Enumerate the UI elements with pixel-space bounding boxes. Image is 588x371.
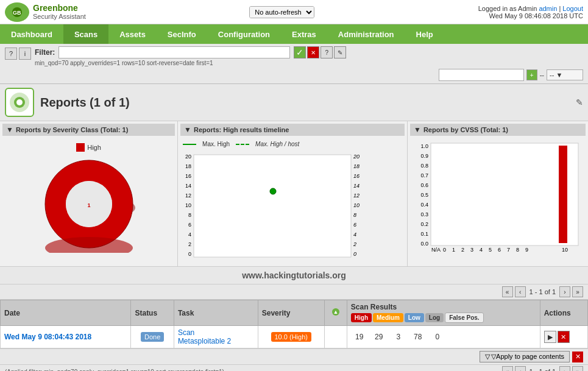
svg-text:GB: GB	[13, 10, 21, 16]
bottom-prev-page-btn[interactable]: ‹	[515, 366, 526, 371]
cvss-chart-title: Reports by CVSS (Total: 1)	[423, 126, 508, 133]
cell-severity: 10.0 (High)	[258, 326, 324, 348]
cell-date: Wed May 9 08:04:43 2018	[1, 326, 131, 348]
svg-text:12: 12	[353, 193, 360, 199]
first-page-btn[interactable]: «	[502, 286, 513, 297]
nav-help[interactable]: Help	[405, 24, 444, 44]
cvss-chart-header: ▼ Reports by CVSS (Total: 1)	[410, 124, 586, 136]
filter-secondary-input[interactable]	[439, 69, 524, 81]
task-link[interactable]: ScanMetasploitable 2	[178, 328, 231, 345]
filter-apply-btn[interactable]: ✓	[294, 46, 306, 58]
charts-row: ▼ Reports by Severity Class (Total: 1) H…	[0, 121, 588, 267]
results-table: Date Status Task Severity ▲ Scan Results…	[0, 300, 588, 348]
svg-text:4: 4	[480, 247, 483, 253]
severity-chart-title: Reports by Severity Class (Total: 1)	[16, 126, 128, 133]
max-high-host-label: Max. High / host	[255, 141, 299, 147]
svg-text:20: 20	[185, 154, 191, 160]
sr-medium-count: 29	[370, 333, 388, 341]
timeline-chart-panel: ▼ Reports: High results timeline Max. Hi…	[178, 121, 408, 266]
svg-text:4: 4	[353, 231, 356, 238]
severity-badge: 10.0 (High)	[271, 332, 311, 342]
bottom-last-page-btn[interactable]: »	[572, 366, 583, 371]
cvss-chart-panel: ▼ Reports by CVSS (Total: 1) 1.0 0.9 0.8…	[408, 121, 588, 266]
username-link[interactable]: admin	[539, 5, 557, 12]
high-swatch	[76, 143, 85, 152]
col-trend: ▲	[324, 300, 347, 326]
filter-help-btn[interactable]: ?	[321, 46, 333, 58]
applied-filter-note: (Applied filter: min_qod=70 apply_overri…	[5, 369, 224, 372]
svg-text:5: 5	[489, 247, 492, 253]
refresh-area: No auto-refresh	[249, 6, 314, 18]
cvss-area: 1.0 0.9 0.8 0.7 0.6 0.5 0.4 0.3 0.2 0.1 …	[410, 138, 586, 258]
help-icon-info[interactable]: i	[19, 48, 31, 60]
svg-text:6: 6	[188, 222, 191, 228]
cvss-chart-toggle[interactable]: ▼	[414, 125, 421, 134]
pagination-info: 1 - 1 of 1	[530, 288, 556, 295]
filter-sort-select[interactable]: -- ▼	[547, 69, 583, 80]
svg-text:18: 18	[353, 163, 360, 169]
next-page-btn[interactable]: ›	[559, 286, 570, 297]
action-buttons: ▶ ✕	[544, 331, 584, 343]
max-high-line-icon	[183, 144, 196, 145]
navbar: Dashboard Scans Assets SecInfo Configura…	[0, 24, 588, 44]
cvss-svg: 1.0 0.9 0.8 0.7 0.6 0.5 0.4 0.3 0.2 0.1 …	[413, 141, 583, 253]
filter-clear-btn[interactable]: ✕	[307, 46, 319, 58]
svg-text:10: 10	[562, 247, 568, 253]
svg-text:1: 1	[452, 247, 455, 253]
svg-rect-35	[194, 155, 351, 257]
refresh-dropdown[interactable]: No auto-refresh	[250, 7, 314, 18]
filter-input[interactable]	[58, 46, 290, 58]
svg-text:8: 8	[353, 212, 356, 218]
scan-results-sub-header: High Medium Low Log False Pos.	[351, 313, 536, 323]
last-page-btn[interactable]: »	[572, 286, 583, 297]
sr-false-count: 0	[429, 333, 446, 341]
nav-extras[interactable]: Extras	[281, 24, 327, 44]
table-controls: « ‹ 1 - 1 of 1 › »	[0, 284, 588, 300]
refresh-select-wrapper: No auto-refresh	[249, 6, 314, 18]
delete-button[interactable]: ✕	[558, 331, 570, 343]
help-icon-question[interactable]: ?	[5, 48, 17, 60]
svg-point-36	[270, 188, 276, 194]
status-badge: Done	[141, 332, 164, 342]
svg-point-9	[45, 237, 133, 253]
svg-text:16: 16	[185, 173, 191, 179]
timeline-svg: 20 18 16 14 12 10 8 6 4 2 0 20 18 16 14 …	[183, 150, 360, 260]
sr-false-badge: False Pos.	[445, 313, 483, 323]
nav-dashboard[interactable]: Dashboard	[0, 24, 63, 44]
svg-text:14: 14	[185, 183, 191, 189]
nav-secinfo[interactable]: SecInfo	[157, 24, 207, 44]
timeline-chart-header: ▼ Reports: High results timeline	[180, 124, 405, 136]
nav-configuration[interactable]: Configuration	[207, 24, 281, 44]
svg-text:2: 2	[188, 241, 191, 247]
apply-close-btn[interactable]: ✕	[572, 352, 583, 362]
svg-text:2: 2	[461, 247, 464, 253]
nav-administration[interactable]: Administration	[327, 24, 405, 44]
timeline-chart-toggle[interactable]: ▼	[184, 125, 191, 134]
svg-text:6: 6	[353, 222, 356, 228]
svg-text:10: 10	[185, 202, 191, 208]
logout-link[interactable]: Logout	[562, 5, 583, 12]
svg-text:0.4: 0.4	[420, 202, 428, 208]
apply-to-page-button[interactable]: ▽ ▽Apply to page contents	[480, 351, 570, 362]
date-link[interactable]: Wed May 9 08:04:43 2018	[4, 333, 91, 341]
bottom-next-page-btn[interactable]: ›	[559, 366, 570, 371]
svg-text:18: 18	[185, 163, 191, 169]
nav-assets[interactable]: Assets	[108, 24, 157, 44]
table-header-row: Date Status Task Severity ▲ Scan Results…	[1, 300, 588, 326]
svg-rect-48	[431, 143, 578, 246]
edit-page-icon[interactable]: ✎	[576, 97, 583, 107]
nav-scans[interactable]: Scans	[63, 24, 108, 44]
bottom-pagination-info: 1 - 1 of 1	[530, 368, 556, 371]
severity-chart-toggle[interactable]: ▼	[6, 125, 13, 134]
filter-edit-btn[interactable]: ✎	[334, 46, 346, 58]
svg-point-5	[16, 99, 23, 105]
page-title: Reports (1 of 1)	[40, 96, 130, 110]
col-severity: Severity	[258, 300, 324, 326]
bottom-first-page-btn[interactable]: «	[502, 366, 513, 371]
prev-page-btn[interactable]: ‹	[515, 286, 526, 297]
svg-text:1: 1	[87, 202, 90, 208]
severity-chart-panel: ▼ Reports by Severity Class (Total: 1) H…	[0, 121, 178, 266]
filter-nav-plus-btn[interactable]: +	[526, 69, 537, 80]
page-title-bar: Reports (1 of 1) ✎	[0, 84, 588, 121]
resume-button[interactable]: ▶	[544, 331, 556, 343]
